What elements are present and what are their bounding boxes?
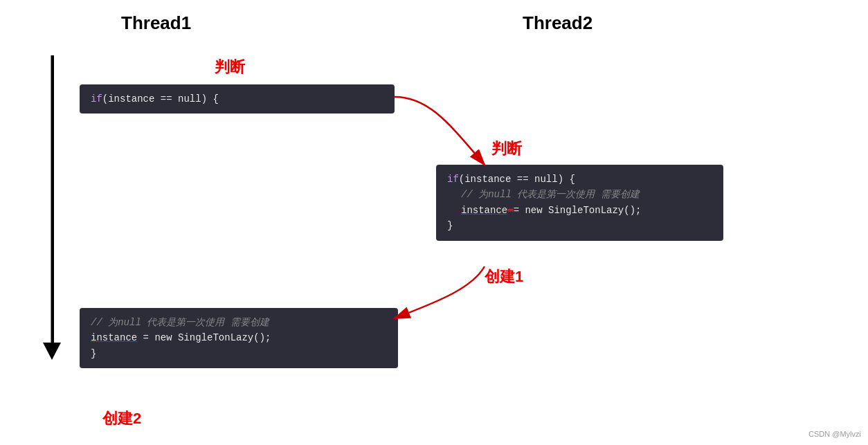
create1-label: 创建1 (485, 266, 523, 287)
thread1-arrow-line (52, 55, 54, 353)
judge1-label: 判断 (215, 57, 245, 78)
code-block-1: if(instance == null) { (80, 84, 395, 113)
code-block-3: if(instance == null) { // 为null 代表是第一次使用… (436, 165, 723, 241)
arrows-svg (0, 0, 868, 445)
judge2-label: 判断 (491, 138, 522, 159)
watermark: CSDN @Mylvzi (808, 430, 861, 438)
page: Thread1 Thread2 判断 if(instance == null) … (0, 0, 868, 445)
thread2-label: Thread2 (523, 12, 593, 34)
code-block-2: // 为null 代表是第一次使用 需要创建 instance = new Si… (80, 308, 398, 368)
thread1-label: Thread1 (121, 12, 191, 34)
create2-label: 创建2 (102, 408, 141, 429)
